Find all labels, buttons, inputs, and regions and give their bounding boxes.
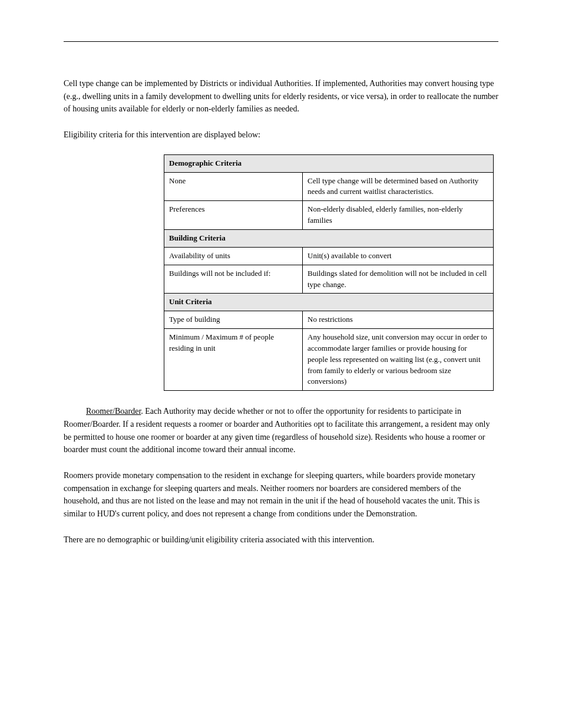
paragraph-roomer-boarder-1: Roomer/Boarder. Each Authority may decid… <box>64 405 498 456</box>
table-row: Buildings will not be included if: Build… <box>164 265 494 294</box>
section-header-cell: Demographic Criteria <box>164 154 494 172</box>
table-cell: Buildings will not be included if: <box>164 265 303 294</box>
table-section-header: Building Criteria <box>164 229 494 247</box>
table-row: None Cell type change will be determined… <box>164 172 494 201</box>
paragraph-roomer-boarder-2: Roomers provide monetary compensation to… <box>64 469 498 521</box>
table-row: Availability of units Unit(s) available … <box>164 247 494 265</box>
section-header-cell: Unit Criteria <box>164 294 494 311</box>
table-cell: No restrictions <box>303 311 494 329</box>
eligibility-table: Demographic Criteria None Cell type chan… <box>164 154 494 391</box>
table-cell: Availability of units <box>164 247 303 265</box>
header-rule <box>64 41 498 42</box>
table-cell: Cell type change will be determined base… <box>303 172 494 201</box>
paragraph-criteria-intro: Eligibility criteria for this interventi… <box>64 129 498 141</box>
table-row: Preferences Non-elderly disabled, elderl… <box>164 201 494 230</box>
roomer-boarder-label: Roomer/Boarder <box>86 407 141 416</box>
table-row: Type of building No restrictions <box>164 311 494 329</box>
page: Cell type change can be implemented by D… <box>0 0 562 728</box>
table-section-header: Demographic Criteria <box>164 154 494 172</box>
table-row: Minimum / Maximum # of people residing i… <box>164 329 494 391</box>
table-section-header: Unit Criteria <box>164 294 494 311</box>
section-header-cell: Building Criteria <box>164 229 494 247</box>
table-cell: Preferences <box>164 201 303 230</box>
table-cell: None <box>164 172 303 201</box>
paragraph-roomer-boarder-3: There are no demographic or building/uni… <box>64 533 498 546</box>
table-cell: Buildings slated for demolition will not… <box>303 265 494 294</box>
table-cell: Minimum / Maximum # of people residing i… <box>164 329 303 391</box>
table-cell: Non-elderly disabled, elderly families, … <box>303 201 494 230</box>
paragraph-cell-type-change: Cell type change can be implemented by D… <box>64 77 498 116</box>
eligibility-table-wrapper: Demographic Criteria None Cell type chan… <box>164 154 494 391</box>
after-table-text: Roomer/Boarder. Each Authority may decid… <box>64 405 498 546</box>
table-cell: Type of building <box>164 311 303 329</box>
table-cell: Any household size, unit conversion may … <box>303 329 494 391</box>
table-cell: Unit(s) available to convert <box>303 247 494 265</box>
content-area: Cell type change can be implemented by D… <box>64 77 498 546</box>
